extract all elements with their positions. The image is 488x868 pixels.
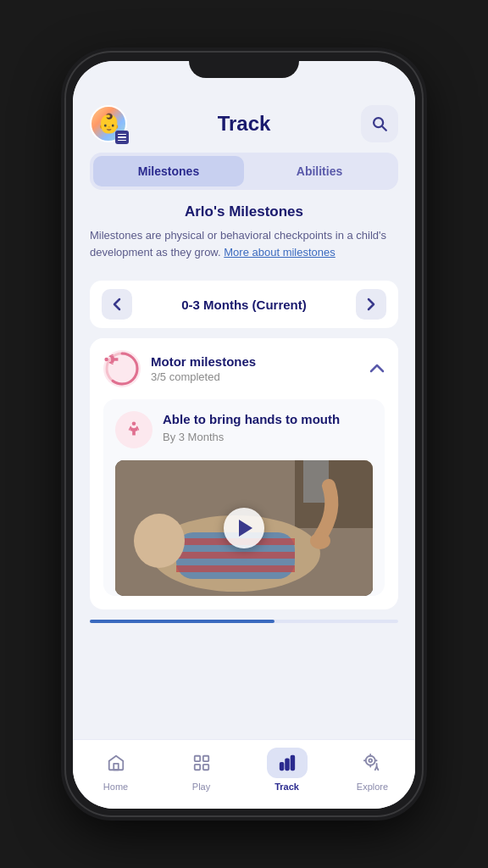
svg-rect-22 [286, 759, 289, 770]
track-icon-wrap [267, 748, 308, 778]
menu-line-2 [118, 136, 126, 138]
svg-point-4 [104, 358, 108, 362]
month-label: 0-3 Months (Current) [181, 298, 307, 312]
milestone-section-header[interactable]: Motor milestones 3/5 completed [90, 338, 398, 399]
month-navigator: 0-3 Months (Current) [90, 281, 398, 328]
nav-track-label: Track [274, 782, 299, 792]
nav-play-label: Play [192, 782, 210, 792]
baby-figure-icon [125, 420, 143, 439]
svg-rect-18 [202, 755, 208, 760]
card-header: Able to bring hands to mouth By 3 Months [115, 411, 373, 448]
milestone-card: Able to bring hands to mouth By 3 Months [103, 399, 385, 596]
screen: 👶 Track Mile [73, 61, 415, 809]
nav-explore[interactable]: Explore [330, 748, 415, 792]
motor-icon-circle [103, 350, 141, 387]
video-thumbnail[interactable] [115, 460, 373, 596]
avatar-container[interactable]: 👶 [90, 105, 127, 142]
milestone-info: Motor milestones 3/5 completed [151, 354, 369, 383]
section-title: Arlo's Milestones [90, 203, 398, 220]
svg-rect-23 [291, 755, 294, 770]
play-icon-wrap [181, 748, 222, 778]
explore-icon [363, 754, 382, 772]
home-icon-wrap [96, 748, 136, 778]
explore-icon-wrap [352, 748, 393, 778]
nav-explore-label: Explore [357, 782, 388, 792]
svg-line-1 [382, 126, 386, 131]
nav-home[interactable]: Home [73, 748, 158, 792]
svg-point-5 [132, 421, 136, 426]
notch [189, 53, 299, 78]
menu-line-3 [118, 140, 126, 142]
svg-point-24 [365, 755, 374, 765]
motor-milestone-section: Motor milestones 3/5 completed [90, 338, 398, 609]
progress-bar-container [90, 620, 398, 623]
tab-milestones[interactable]: Milestones [93, 156, 244, 186]
track-icon [278, 754, 297, 772]
search-button[interactable] [361, 105, 398, 142]
svg-rect-17 [194, 755, 199, 760]
svg-rect-20 [202, 764, 208, 769]
bottom-nav: Home Play [73, 739, 415, 809]
play-nav-icon [192, 754, 211, 772]
svg-point-25 [369, 759, 372, 762]
motor-progress-circle [103, 350, 141, 387]
header: 👶 Track [73, 98, 415, 153]
home-icon [107, 754, 125, 772]
play-icon [239, 520, 252, 537]
nav-play[interactable]: Play [158, 748, 244, 792]
section-desc: Milestones are physical or behavioral ch… [90, 227, 398, 260]
tabs-container: Milestones Abilities [90, 153, 398, 190]
milestone-progress: 3/5 completed [151, 370, 369, 383]
more-about-link[interactable]: More about milestones [224, 246, 336, 259]
card-subtitle: By 3 Months [163, 431, 340, 443]
next-month-button[interactable] [356, 289, 386, 320]
menu-icon [115, 131, 129, 144]
section-heading: Arlo's Milestones Milestones are physica… [73, 203, 415, 267]
card-icon [115, 411, 152, 448]
card-text: Able to bring hands to mouth By 3 Months [163, 411, 340, 443]
nav-track[interactable]: Track [244, 748, 330, 792]
chevron-up-icon[interactable] [369, 361, 385, 376]
page-title: Track [218, 112, 271, 136]
prev-month-button[interactable] [102, 289, 132, 320]
menu-line-1 [118, 134, 126, 136]
card-title: Able to bring hands to mouth [163, 411, 340, 428]
search-icon [370, 114, 389, 133]
milestone-name: Motor milestones [151, 354, 369, 369]
content-area: 👶 Track Mile [73, 98, 415, 739]
phone-shell: 👶 Track Mile [66, 53, 422, 815]
svg-rect-19 [194, 764, 199, 769]
video-overlay [115, 460, 373, 596]
chevron-left-icon [113, 298, 121, 311]
play-button[interactable] [224, 508, 264, 548]
motor-figure-icon [103, 350, 141, 387]
svg-rect-16 [114, 763, 119, 769]
nav-home-label: Home [103, 782, 128, 792]
tab-abilities[interactable]: Abilities [244, 156, 395, 186]
progress-bar-fill [90, 620, 274, 623]
svg-rect-21 [280, 763, 283, 770]
chevron-right-icon [367, 298, 375, 311]
